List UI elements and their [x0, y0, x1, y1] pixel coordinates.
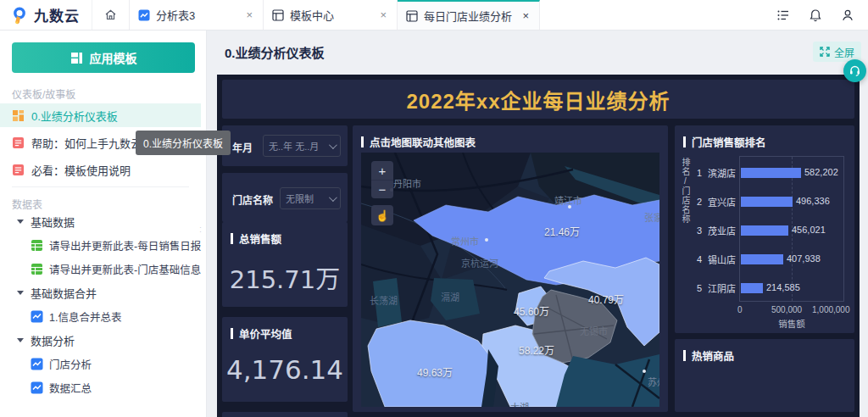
tab-daily-store-analysis[interactable]: 每日门店业绩分析 ×: [398, 0, 540, 30]
store-ranking-panel: 门店销售额排名 排名/门店名称 1 滨湖店 582,202 2 宜兴店 496,…: [675, 125, 854, 333]
tab-close-icon[interactable]: ×: [520, 9, 531, 22]
ranking-row[interactable]: 2 宜兴店 496,336: [690, 187, 849, 216]
template-tab-icon: [272, 9, 284, 21]
store-name: 滨湖店: [702, 166, 736, 180]
sidebar-item-dashboard[interactable]: 0.业绩分析仪表板: [0, 103, 201, 127]
total-sales-title: 总销售额: [231, 231, 281, 247]
sidebar: 应用模板 仪表板/故事板 0.业绩分析仪表板 帮助：如何上手九数云？ 0.业绩分…: [0, 31, 207, 417]
tree-group-base-data[interactable]: 基础数据: [17, 214, 75, 230]
sidebar-resize-handle[interactable]: ··: [199, 225, 202, 234]
bar-value: 456,021: [792, 225, 826, 235]
app-logo[interactable]: 九数云: [0, 0, 92, 30]
chart-icon: [31, 310, 43, 323]
table-icon: [31, 263, 43, 275]
dashboard-canvas: 2022年xx企业每日业绩分析 年月 无..年 无..月 门店名称 无限制 总销…: [217, 75, 860, 417]
tab-label: 分析表3: [156, 7, 238, 23]
store-name: 锡山店: [702, 253, 736, 266]
store-name: 宜兴店: [702, 195, 736, 208]
total-sales-panel: 总销售额 215.71万: [222, 222, 348, 307]
bar: [741, 254, 783, 264]
x-tick: 1,000,000: [812, 305, 850, 314]
tree-item-merged-table[interactable]: 1.信息合并总表: [31, 309, 121, 325]
ranking-row[interactable]: 3 茂业店 456,021: [690, 216, 849, 245]
avg-price-panel: 单价平均值 4,176.14: [222, 317, 348, 402]
x-tick: 0: [737, 305, 743, 314]
home-button[interactable]: [92, 0, 129, 30]
sidebar-item-label: 帮助：如何上手九数云？: [31, 135, 153, 151]
ranking-row[interactable]: 1 滨湖店 582,202: [690, 158, 849, 187]
tables-section-label: 数据表: [12, 197, 42, 211]
avg-price-value: 4,176.14: [222, 354, 348, 385]
tab-template-center[interactable]: 模板中心 ×: [264, 0, 398, 30]
tree-item-data-summary[interactable]: 数据汇总: [31, 380, 92, 396]
hot-products-panel: 热销商品: [675, 339, 854, 412]
map-value-label: 45.60万: [514, 303, 549, 318]
ranking-row[interactable]: 4 锡山店 407,938: [690, 245, 849, 274]
store-name: 茂业店: [702, 224, 736, 237]
year-month-value: 无..年 无..月: [269, 139, 319, 153]
region-map[interactable]: 21.46万 40.79万 45.60万 58.22万 49.63万 丹阳市 靖…: [361, 153, 659, 407]
sidebar-item-label: 必看：模板使用说明: [31, 162, 131, 178]
total-sales-value: 215.71万: [222, 259, 348, 295]
year-month-select[interactable]: 无..年 无..月: [263, 135, 341, 157]
tree-item-label: 门店分析: [49, 356, 92, 372]
tab-close-icon[interactable]: ×: [378, 8, 388, 21]
tree-item-label: 1.信息合并总表: [49, 309, 121, 325]
pan-hand-button[interactable]: ☝: [371, 205, 393, 225]
avg-price-title: 单价平均值: [231, 325, 292, 342]
store-ranking-title: 门店销售额排名: [683, 134, 766, 150]
bar-value: 496,336: [796, 196, 830, 206]
boards-section-label: 仪表板/故事板: [12, 86, 75, 101]
tree-group-analysis[interactable]: 数据分析: [17, 332, 75, 348]
map-city-dot: [485, 238, 488, 242]
map-city-dot: [568, 205, 571, 208]
dashboard-title-panel: 2022年xx企业每日业绩分析: [222, 80, 854, 119]
task-list-icon[interactable]: [776, 8, 790, 22]
map-panel-title: 点击地图联动其他图表: [361, 134, 476, 150]
logo-icon: [10, 6, 29, 25]
bell-icon[interactable]: [809, 8, 822, 22]
rank-number: 3: [690, 225, 702, 236]
bar: [741, 197, 793, 207]
store-select[interactable]: 无限制: [280, 187, 341, 209]
template-tab-icon: [406, 10, 418, 22]
map-place-label: 滆湖: [441, 290, 459, 303]
tree-item-store-info[interactable]: 请导出并更新此表-门店基础信息: [31, 261, 201, 277]
tree-group-label: 基础数据合并: [31, 285, 97, 301]
tree-item-store-analysis[interactable]: 门店分析: [31, 356, 92, 372]
fullscreen-label: 全屏: [834, 45, 854, 59]
tab-close-icon[interactable]: ×: [244, 8, 254, 21]
tree-item-daily-sales[interactable]: 请导出并更新此表-每日销售日报: [31, 237, 201, 253]
tab-analysis-sheet[interactable]: 分析表3 ×: [130, 0, 264, 30]
tree-group-merge[interactable]: 基础数据合并: [17, 285, 97, 301]
logo-text: 九数云: [34, 4, 80, 25]
ranking-row[interactable]: 5 江阴店 214,585: [690, 274, 849, 303]
fullscreen-icon: [820, 47, 830, 57]
user-icon[interactable]: [841, 8, 854, 22]
map-place-label: 太湖: [510, 400, 529, 407]
bar: [741, 225, 788, 236]
customer-support-button[interactable]: [843, 59, 866, 82]
map-svg[interactable]: [361, 153, 659, 407]
sidebar-item-readme[interactable]: 必看：模板使用说明: [0, 158, 201, 181]
map-value-label: 58.22万: [519, 342, 554, 357]
x-axis-label: 销售额: [739, 317, 844, 330]
store-name: 江阴店: [702, 281, 736, 295]
map-place-label: 苏州: [648, 375, 659, 388]
apply-template-label: 应用模板: [90, 49, 137, 66]
map-place-label: 无锡市: [580, 324, 608, 337]
dashboard-grid-icon: [12, 109, 25, 122]
dashboard-title: 2022年xx企业每日业绩分析: [406, 85, 670, 114]
doc-icon: [12, 136, 25, 149]
tree-item-label: 请导出并更新此表-门店基础信息: [49, 261, 201, 277]
store-filter-value: 无限制: [286, 192, 314, 205]
template-grid-icon: [70, 52, 83, 64]
apply-template-button[interactable]: 应用模板: [12, 42, 195, 73]
sidebar-item-label: 0.业绩分析仪表板: [31, 108, 118, 124]
bar-value: 214,585: [766, 282, 800, 292]
headset-icon: [849, 64, 861, 77]
zoom-in-button[interactable]: +: [371, 161, 393, 180]
year-month-filter-panel: 年月 无..年 无..月: [222, 125, 348, 166]
zoom-out-button[interactable]: −: [371, 180, 393, 198]
top-navbar: 九数云 分析表3 × 模板中心 × 每日门店业绩分析 ×: [0, 0, 868, 31]
